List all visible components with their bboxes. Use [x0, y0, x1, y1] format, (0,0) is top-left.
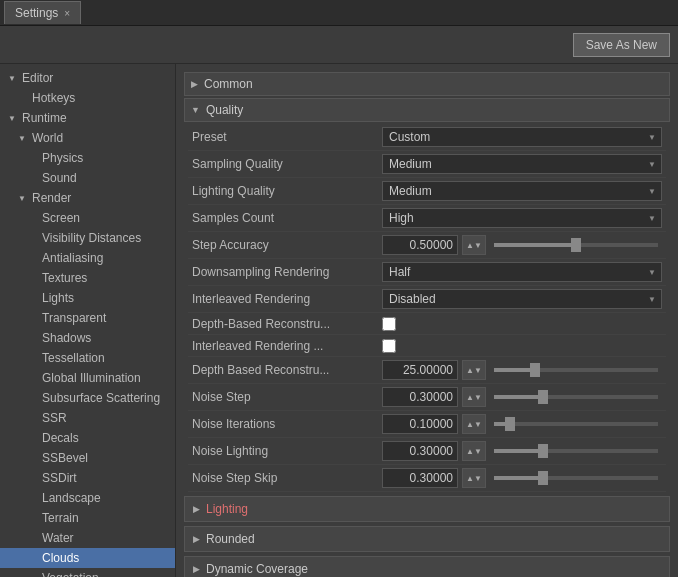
- noise-iterations-slider-thumb[interactable]: [505, 417, 515, 431]
- sidebar-item-label-subsurface-scattering: Subsurface Scattering: [42, 391, 160, 405]
- noise-step-spin-btn[interactable]: ▲▼: [462, 387, 486, 407]
- sidebar-item-label-decals: Decals: [42, 431, 79, 445]
- sidebar-item-water[interactable]: Water: [0, 528, 175, 548]
- sidebar-item-antialiasing[interactable]: Antialiasing: [0, 248, 175, 268]
- noise-lighting-slider-thumb[interactable]: [538, 444, 548, 458]
- sidebar-item-sound[interactable]: Sound: [0, 168, 175, 188]
- sidebar-item-clouds[interactable]: Clouds: [0, 548, 175, 568]
- noise-step-row: Noise Step ▲▼: [188, 384, 666, 411]
- sidebar-item-label-transparent: Transparent: [42, 311, 106, 325]
- sampling-quality-dropdown[interactable]: Low Medium High: [382, 154, 662, 174]
- noise-lighting-spin-btn[interactable]: ▲▼: [462, 441, 486, 461]
- noise-iterations-slider-track[interactable]: [494, 422, 658, 426]
- sidebar-item-label-ssr: SSR: [42, 411, 67, 425]
- noise-step-control: ▲▼: [382, 387, 662, 407]
- preset-dropdown-wrapper: Custom Low Medium High Ultra: [382, 127, 662, 147]
- step-accuracy-slider-fill: [494, 243, 576, 247]
- noise-iterations-label: Noise Iterations: [192, 417, 382, 431]
- sidebar-item-subsurface-scattering[interactable]: Subsurface Scattering: [0, 388, 175, 408]
- sidebar-item-tessellation[interactable]: Tessellation: [0, 348, 175, 368]
- interleaved-rendering2-row: Interleaved Rendering ...: [188, 335, 666, 357]
- save-as-new-button[interactable]: Save As New: [573, 33, 670, 57]
- sidebar-item-decals[interactable]: Decals: [0, 428, 175, 448]
- noise-step-skip-slider-thumb[interactable]: [538, 471, 548, 485]
- sidebar-item-textures[interactable]: Textures: [0, 268, 175, 288]
- noise-step-skip-slider-track[interactable]: [494, 476, 658, 480]
- sidebar-item-ssr[interactable]: SSR: [0, 408, 175, 428]
- sidebar-item-ssdirt[interactable]: SSDirt: [0, 468, 175, 488]
- noise-step-slider-thumb[interactable]: [538, 390, 548, 404]
- interleaved-rendering-dropdown[interactable]: Disabled Enabled: [382, 289, 662, 309]
- sidebar-item-vegetation[interactable]: Vegetation: [0, 568, 175, 577]
- noise-lighting-control: ▲▼: [382, 441, 662, 461]
- sidebar-item-runtime[interactable]: ▼Runtime: [0, 108, 175, 128]
- sidebar-item-label-render: Render: [32, 191, 71, 205]
- depth-based-reconstruct2-spin-btn[interactable]: ▲▼: [462, 360, 486, 380]
- sidebar-item-shadows[interactable]: Shadows: [0, 328, 175, 348]
- quality-section-header[interactable]: ▼ Quality: [184, 98, 670, 122]
- sidebar-item-label-world: World: [32, 131, 63, 145]
- sidebar-item-editor[interactable]: ▼Editor: [0, 68, 175, 88]
- sidebar-item-label-global-illumination: Global Illumination: [42, 371, 141, 385]
- tab-close-button[interactable]: ×: [64, 8, 70, 19]
- noise-step-skip-spin-btn[interactable]: ▲▼: [462, 468, 486, 488]
- sampling-quality-dropdown-wrapper: Low Medium High: [382, 154, 662, 174]
- sidebar-item-label-landscape: Landscape: [42, 491, 101, 505]
- settings-tab[interactable]: Settings ×: [4, 1, 81, 24]
- quality-label: Quality: [206, 103, 243, 117]
- quality-arrow-icon: ▼: [191, 105, 200, 115]
- sidebar-item-ssbevel[interactable]: SSBevel: [0, 448, 175, 468]
- common-section-header[interactable]: ▶ Common: [184, 72, 670, 96]
- samples-count-control: Low Medium High: [382, 208, 662, 228]
- sidebar-item-screen[interactable]: Screen: [0, 208, 175, 228]
- samples-count-dropdown[interactable]: Low Medium High: [382, 208, 662, 228]
- noise-lighting-slider-fill: [494, 449, 543, 453]
- sidebar-item-physics[interactable]: Physics: [0, 148, 175, 168]
- sidebar-item-landscape[interactable]: Landscape: [0, 488, 175, 508]
- step-accuracy-slider-track[interactable]: [494, 243, 658, 247]
- interleaved-rendering2-checkbox[interactable]: [382, 339, 396, 353]
- step-accuracy-slider-thumb[interactable]: [571, 238, 581, 252]
- noise-step-slider-fill: [494, 395, 543, 399]
- step-accuracy-spin-btn[interactable]: ▲▼: [462, 235, 486, 255]
- depth-based-reconstruct2-slider-thumb[interactable]: [530, 363, 540, 377]
- depth-based-reconstruct1-row: Depth-Based Reconstru...: [188, 313, 666, 335]
- sidebar-item-global-illumination[interactable]: Global Illumination: [0, 368, 175, 388]
- depth-based-reconstruct2-control: ▲▼: [382, 360, 662, 380]
- noise-lighting-row: Noise Lighting ▲▼: [188, 438, 666, 465]
- sidebar-item-label-terrain: Terrain: [42, 511, 79, 525]
- depth-based-reconstruct2-input[interactable]: [382, 360, 458, 380]
- sidebar-item-terrain[interactable]: Terrain: [0, 508, 175, 528]
- interleaved-rendering-control: Disabled Enabled: [382, 289, 662, 309]
- dynamic-coverage-section-header[interactable]: ▶ Dynamic Coverage: [184, 556, 670, 577]
- sidebar-item-hotkeys[interactable]: Hotkeys: [0, 88, 175, 108]
- step-accuracy-input[interactable]: [382, 235, 458, 255]
- lighting-section-header[interactable]: ▶ Lighting: [184, 496, 670, 522]
- step-accuracy-label: Step Accuracy: [192, 238, 382, 252]
- preset-row: Preset Custom Low Medium High Ultra: [188, 124, 666, 151]
- preset-dropdown[interactable]: Custom Low Medium High Ultra: [382, 127, 662, 147]
- noise-lighting-slider-track[interactable]: [494, 449, 658, 453]
- noise-step-input[interactable]: [382, 387, 458, 407]
- noise-step-slider-track[interactable]: [494, 395, 658, 399]
- sidebar-item-label-antialiasing: Antialiasing: [42, 251, 103, 265]
- noise-iterations-spin-btn[interactable]: ▲▼: [462, 414, 486, 434]
- sidebar-item-lights[interactable]: Lights: [0, 288, 175, 308]
- render-arrow-icon: ▼: [18, 194, 28, 203]
- noise-iterations-input[interactable]: [382, 414, 458, 434]
- samples-count-row: Samples Count Low Medium High: [188, 205, 666, 232]
- noise-step-skip-input[interactable]: [382, 468, 458, 488]
- tab-bar: Settings ×: [0, 0, 678, 26]
- rounded-section-header[interactable]: ▶ Rounded: [184, 526, 670, 552]
- lighting-quality-dropdown[interactable]: Low Medium High: [382, 181, 662, 201]
- depth-based-reconstruct1-checkbox[interactable]: [382, 317, 396, 331]
- noise-lighting-input[interactable]: [382, 441, 458, 461]
- sidebar-item-transparent[interactable]: Transparent: [0, 308, 175, 328]
- depth-based-reconstruct2-slider-track[interactable]: [494, 368, 658, 372]
- sidebar-item-visibility-distances[interactable]: Visibility Distances: [0, 228, 175, 248]
- sidebar-item-world[interactable]: ▼World: [0, 128, 175, 148]
- rounded-arrow-icon: ▶: [193, 534, 200, 544]
- sidebar-item-render[interactable]: ▼Render: [0, 188, 175, 208]
- tab-label: Settings: [15, 6, 58, 20]
- downsampling-rendering-dropdown[interactable]: Full Half Quarter: [382, 262, 662, 282]
